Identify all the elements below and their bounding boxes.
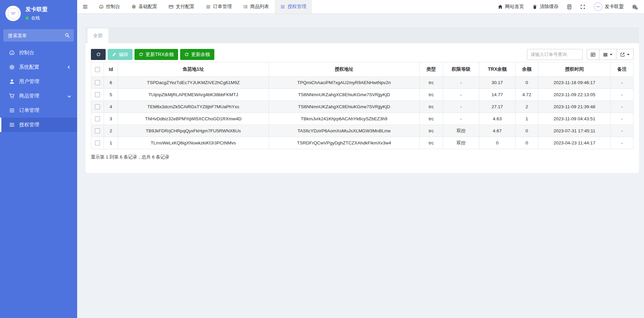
clear-cache-button[interactable]: 清除缓存: [532, 4, 558, 10]
cell-trx-balance: 30.17: [479, 77, 516, 89]
tab-order-management[interactable]: 订单管理: [200, 0, 237, 13]
row-checkbox[interactable]: [95, 116, 100, 121]
tab-all[interactable]: 全部: [88, 28, 108, 43]
user-menu[interactable]: 发卡联盟: [594, 2, 624, 11]
sidebar-search-input[interactable]: [7, 33, 65, 39]
caret-down-icon: [610, 54, 612, 55]
table-header-row: Id 鱼苗地1址 授权地址 类型 权限等级 TRX余额 余额 授权时间 备注: [91, 62, 634, 77]
cell-id: 5: [104, 89, 118, 101]
cell-select: [91, 113, 104, 125]
refresh-button[interactable]: [91, 49, 106, 60]
export-dropdown-button[interactable]: [616, 49, 634, 60]
cell-auth-address: TS6NNmnUKZahgXC8EhiuKGme7SVRjjyKjD: [269, 89, 420, 101]
refresh-icon: [139, 52, 143, 57]
row-checkbox[interactable]: [95, 140, 100, 145]
sidebar-item-authorization[interactable]: 授权管理: [0, 118, 77, 132]
sidebar-toggle-button[interactable]: [77, 0, 93, 13]
columns-grid-icon: [603, 52, 608, 57]
tab-dashboard[interactable]: 控制台: [93, 0, 126, 13]
cell-note: -: [611, 101, 634, 113]
table-toolbar: 编辑 更新TRX余额 更新余额: [91, 49, 634, 60]
table-view-buttons: [587, 49, 634, 60]
columns-dropdown-button[interactable]: [599, 49, 616, 60]
cell-permission-level: 双控: [443, 137, 479, 149]
fullscreen-button[interactable]: [580, 4, 585, 9]
cell-auth-time: 2023-11-09 21:39:48: [538, 101, 611, 113]
cell-id: 3: [104, 113, 118, 125]
cell-auth-address: TPQmiChAaciPM7xgAU2myR9AENHwtNpv2n: [269, 77, 420, 89]
sidebar-item-users[interactable]: 用户管理: [0, 74, 77, 89]
row-checkbox[interactable]: [95, 92, 100, 97]
username: 发卡联盟: [605, 4, 624, 10]
toggle-detail-view-button[interactable]: [587, 49, 599, 60]
list-icon: [9, 108, 15, 113]
detail-view-icon: [591, 52, 595, 57]
page-content: 全部 编辑 更新TRX余额: [77, 13, 644, 318]
language-button[interactable]: [567, 4, 572, 9]
cell-auth-address: TBkmJvrk241Khjrp6ACAhYk6cySZbEZ3h9: [269, 113, 420, 125]
header-type: 类型: [420, 62, 443, 77]
gears-icon: [632, 4, 638, 10]
avatar: [594, 2, 602, 11]
cell-trx-balance: 4.67: [479, 125, 516, 137]
cell-select: [91, 125, 104, 137]
cell-type: trc: [420, 137, 443, 149]
cell-address: TEM6x3dcmZk5CAiRGsTYZ8jbF7MUaPhYxs: [118, 101, 269, 113]
brand-logo: [5, 6, 21, 21]
cell-permission-level: -: [443, 77, 479, 89]
cell-select: [91, 101, 104, 113]
sidebar-menu: 控制台 系统配置 用户管理 商品管理 订单管理 授权管: [0, 46, 77, 132]
row-checkbox[interactable]: [95, 104, 100, 109]
tab-product-list[interactable]: 商品列表: [237, 0, 275, 13]
tab-authorization[interactable]: 授权管理: [275, 0, 312, 13]
cell-balance: 1: [516, 113, 538, 125]
sidebar-item-orders[interactable]: 订单管理: [0, 103, 77, 118]
sidebar-item-dashboard[interactable]: 控制台: [0, 46, 77, 60]
cell-balance: 2: [516, 101, 538, 113]
select-all-checkbox[interactable]: [95, 67, 100, 72]
pagination-summary: 显示第 1 到第 6 条记录，总共 6 条记录: [91, 154, 634, 160]
header-address: 鱼苗地1址: [118, 62, 269, 77]
update-trx-balance-button[interactable]: 更新TRX余额: [135, 49, 178, 60]
online-status-dot: [25, 16, 29, 20]
cell-address: TB9JkFDRrjCHRpqQyxFkHgm7FU5RWNX6Us: [118, 125, 269, 137]
authorization-table: Id 鱼苗地1址 授权地址 类型 权限等级 TRX余额 余额 授权时间 备注 6: [91, 62, 634, 149]
cell-select: [91, 77, 104, 89]
online-status: 在线: [25, 15, 48, 21]
sidebar-item-system-config[interactable]: 系统配置: [0, 60, 77, 74]
cell-auth-time: 2023-11-09 04:43:51: [538, 113, 611, 125]
sidebar-search[interactable]: [3, 29, 74, 42]
app-root: 发卡联盟 在线 控制台 系统配置 用户管理: [0, 0, 644, 318]
order-search-input[interactable]: [527, 49, 583, 60]
settings-button[interactable]: [632, 4, 638, 10]
site-home-link[interactable]: 网站首页: [498, 4, 524, 10]
row-checkbox[interactable]: [95, 80, 100, 85]
tab-payment-config[interactable]: 支付配置: [163, 0, 200, 13]
cell-trx-balance: 4.63: [479, 113, 516, 125]
search-icon[interactable]: [65, 33, 70, 38]
cell-note: -: [611, 77, 634, 89]
brand-header: 发卡联盟 在线: [0, 0, 77, 24]
cell-id: 2: [104, 125, 118, 137]
gear-icon: [131, 4, 136, 9]
chevron-down-icon: [68, 94, 71, 98]
tab-base-config[interactable]: 基础配置: [126, 0, 163, 13]
cell-note: -: [611, 113, 634, 125]
fullscreen-icon: [580, 4, 585, 9]
table-row: 1 TLrnsWeLxKQ6igXNowkzkiKfJr3PCtNMvs TSR…: [91, 137, 634, 149]
header-auth-time: 授权时间: [538, 62, 611, 77]
cell-note: -: [611, 89, 634, 101]
row-checkbox[interactable]: [95, 128, 100, 133]
header-auth-address: 授权地址: [269, 62, 420, 77]
edit-button[interactable]: 编辑: [108, 49, 132, 60]
sidebar-item-products[interactable]: 商品管理: [0, 89, 77, 103]
refresh-icon: [184, 52, 189, 57]
toolbar-right: [527, 49, 634, 60]
list-ul-icon: [243, 4, 248, 9]
update-balance-button[interactable]: 更新余额: [180, 49, 214, 60]
cell-auth-address: TSRDFrQCwVPgyDghZTCZXAhdkFikmXv3w4: [269, 137, 420, 149]
cell-balance: 0: [516, 125, 538, 137]
cell-balance: 0: [516, 77, 538, 89]
cell-balance: 0: [516, 137, 538, 149]
chevron-left-icon: [68, 66, 71, 69]
